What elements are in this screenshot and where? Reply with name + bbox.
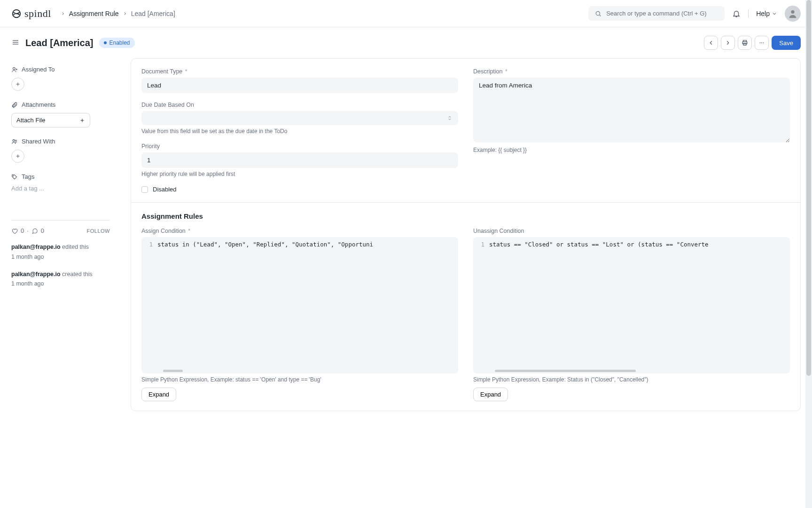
assign-condition-field: Assign Condition * 1 status in ("Lead", … xyxy=(141,228,458,401)
document-type-label: Document Type * xyxy=(141,68,458,75)
likes-count: 0 xyxy=(21,227,24,234)
divider xyxy=(748,9,749,18)
save-button[interactable]: Save xyxy=(772,36,801,50)
assign-condition-editor[interactable]: 1 status in ("Lead", "Open", "Replied", … xyxy=(141,237,458,373)
navbar: spindl Assignment Rule Lead [America] Se… xyxy=(0,0,812,27)
user-icon xyxy=(788,8,798,19)
prev-button[interactable] xyxy=(704,36,718,50)
svg-point-11 xyxy=(15,140,16,141)
more-button[interactable] xyxy=(755,36,769,50)
chevron-right-icon xyxy=(123,10,127,17)
search-icon xyxy=(595,10,601,17)
code-content: status == "Closed" or status == "Lost" o… xyxy=(489,241,709,248)
description-help: Example: {{ subject }} xyxy=(473,147,790,153)
assign-help: Simple Python Expression, Example: statu… xyxy=(141,376,458,383)
svg-point-9 xyxy=(13,67,16,70)
avatar[interactable] xyxy=(785,6,801,22)
attachments-section: Attachments Attach File xyxy=(11,101,110,127)
help-label: Help xyxy=(756,10,770,17)
assigned-to-label: Assigned To xyxy=(22,66,55,73)
tags-title: Tags xyxy=(11,173,110,180)
tags-section: Tags Add a tag ... xyxy=(11,173,110,192)
scrollbar-horizontal[interactable] xyxy=(477,370,786,372)
scrollbar-thumb[interactable] xyxy=(163,370,183,372)
disabled-field[interactable]: Disabled xyxy=(141,186,458,193)
search-input[interactable]: Search or type a command (Ctrl + G) xyxy=(588,6,725,21)
priority-field: Priority Higher priority rule will be ap… xyxy=(141,143,458,177)
code-content: status in ("Lead", "Open", "Replied", "Q… xyxy=(157,241,373,248)
separator-dot: · xyxy=(27,227,29,234)
layout: Assigned To Attachments Attach File Shar… xyxy=(0,58,812,430)
shared-with-label: Shared With xyxy=(22,138,55,145)
timeline-user: palkan@frappe.io xyxy=(11,271,61,278)
scrollbar-vertical[interactable] xyxy=(805,0,812,430)
shared-with-title: Shared With xyxy=(11,138,110,145)
scrollbar-thumb[interactable] xyxy=(806,0,811,376)
timeline-item: palkan@frappe.io created this 1 month ag… xyxy=(11,270,110,289)
rules-section-title: Assignment Rules xyxy=(141,212,790,220)
attach-file-button[interactable]: Attach File xyxy=(11,113,90,127)
scrollbar-thumb[interactable] xyxy=(495,370,636,372)
priority-input[interactable] xyxy=(141,152,458,168)
chevron-right-icon xyxy=(61,10,65,17)
plus-icon xyxy=(15,153,21,159)
sidebar-toggle[interactable] xyxy=(11,38,20,48)
help-button[interactable]: Help xyxy=(756,10,777,17)
description-field: Description * Example: {{ subject }} xyxy=(473,68,790,153)
svg-point-6 xyxy=(760,42,761,43)
follow-button[interactable]: FOLLOW xyxy=(87,228,110,234)
unassign-condition-editor[interactable]: 1 status == "Closed" or status == "Lost"… xyxy=(473,237,790,373)
navbar-right: Search or type a command (Ctrl + G) Help xyxy=(588,6,801,22)
next-button[interactable] xyxy=(721,36,735,50)
assign-expand-button[interactable]: Expand xyxy=(141,388,176,401)
scrollbar-horizontal[interactable] xyxy=(145,370,454,372)
priority-label: Priority xyxy=(141,143,458,150)
chevron-down-icon xyxy=(772,11,777,16)
assigned-to-title: Assigned To xyxy=(11,66,110,73)
shared-with-section: Shared With xyxy=(11,138,110,163)
printer-icon xyxy=(742,40,748,46)
notifications-button[interactable] xyxy=(732,9,741,18)
bell-icon xyxy=(732,9,741,18)
assign-condition-label: Assign Condition * xyxy=(141,228,458,234)
add-share-button[interactable] xyxy=(11,150,24,163)
svg-point-7 xyxy=(761,42,762,43)
form-card: Document Type * Due Date Based On Value … xyxy=(131,58,801,411)
plus-icon xyxy=(79,118,85,123)
brand-text: spindl xyxy=(24,8,51,20)
line-number: 1 xyxy=(141,241,157,248)
unassign-condition-label: Unassign Condition xyxy=(473,228,790,234)
svg-point-8 xyxy=(763,42,764,43)
logo-icon xyxy=(11,8,22,19)
attachments-label: Attachments xyxy=(22,101,55,108)
print-button[interactable] xyxy=(738,36,752,50)
chevron-right-icon xyxy=(725,40,731,46)
checkbox-icon xyxy=(141,186,148,193)
breadcrumb-parent[interactable]: Assignment Rule xyxy=(69,10,119,17)
heart-icon[interactable] xyxy=(11,228,18,234)
attach-file-label: Attach File xyxy=(16,117,45,124)
select-icon xyxy=(447,115,453,121)
svg-point-2 xyxy=(791,10,794,13)
comment-icon[interactable] xyxy=(31,228,38,234)
chevron-left-icon xyxy=(708,40,714,46)
description-label: Description * xyxy=(473,68,790,75)
engagement-row: 0 · 0 FOLLOW xyxy=(11,220,110,234)
add-assignee-button[interactable] xyxy=(11,78,24,91)
user-plus-icon xyxy=(11,66,18,73)
breadcrumb-current: Lead [America] xyxy=(131,10,175,17)
timeline-action: edited this xyxy=(62,244,89,250)
dots-icon xyxy=(758,40,765,46)
unassign-expand-button[interactable]: Expand xyxy=(473,388,508,401)
description-input[interactable] xyxy=(473,78,790,143)
add-tag-input[interactable]: Add a tag ... xyxy=(11,185,110,192)
due-date-select[interactable] xyxy=(141,111,458,125)
status-badge[interactable]: Enabled xyxy=(99,38,135,48)
form-section-main: Document Type * Due Date Based On Value … xyxy=(131,59,800,202)
svg-point-10 xyxy=(13,139,15,141)
priority-help: Higher priority rule will be applied fir… xyxy=(141,171,458,177)
timeline-user: palkan@frappe.io xyxy=(11,244,61,250)
document-type-input[interactable] xyxy=(141,78,458,93)
logo[interactable]: spindl xyxy=(11,8,51,20)
tag-icon xyxy=(11,174,18,180)
